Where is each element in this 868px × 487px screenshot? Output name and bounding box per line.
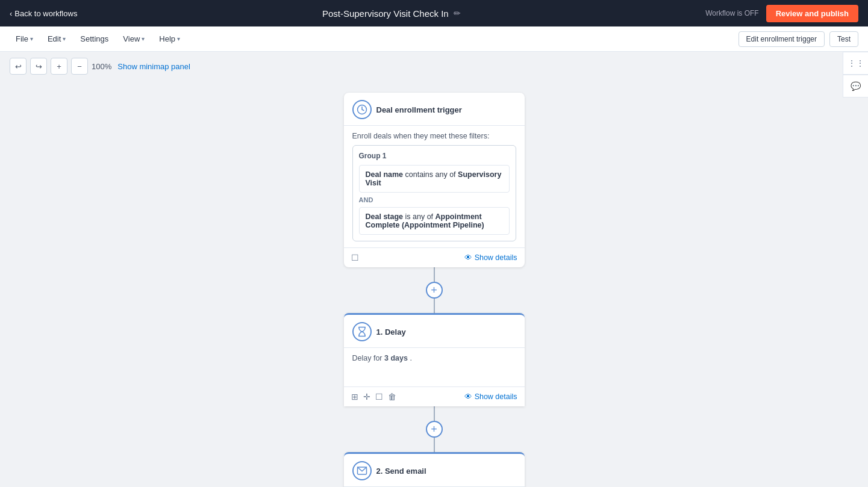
chat-icon: 💬 <box>851 81 861 91</box>
nav-item-file[interactable]: File ▾ <box>10 31 39 47</box>
enrollment-show-details-button[interactable]: 👁 Show details <box>464 253 517 262</box>
topbar-left: ‹ Back to workflows <box>10 9 77 18</box>
back-label: Back to workflows <box>14 9 77 18</box>
show-minimap-link[interactable]: Show minimap panel <box>117 62 190 71</box>
connector-1 <box>434 267 435 282</box>
and-label: AND <box>359 196 510 203</box>
nav-file-label: File <box>16 34 28 43</box>
filter1-field: Deal name <box>366 170 404 179</box>
email-title: 2. Send email <box>376 467 426 476</box>
add-step-button-2[interactable]: + <box>426 421 443 438</box>
delay-body: Delay for 3 days . <box>344 348 525 368</box>
minus-icon: − <box>77 62 82 71</box>
drag-icon[interactable]: ✛ <box>363 392 370 402</box>
show-details-label: Show details <box>475 253 517 262</box>
right-panel-grid-tab[interactable]: ⋮⋮ <box>843 52 868 75</box>
filter2-middle-text: is any of <box>405 212 434 221</box>
filter-row-1[interactable]: Deal name contains any of Supervisory Vi… <box>359 165 510 193</box>
nav-item-help[interactable]: Help ▾ <box>153 31 186 47</box>
eye-icon-2: 👁 <box>464 392 472 401</box>
nav-view-label: View <box>123 34 140 43</box>
email-icon <box>357 465 367 476</box>
enrollment-trigger-icon-wrap <box>352 100 372 119</box>
delay-body-spacer <box>344 368 525 386</box>
chevron-down-icon: ▾ <box>142 36 145 42</box>
filter-row-2[interactable]: Deal stage is any of Appointment Complet… <box>359 207 510 235</box>
delay-show-details-button[interactable]: 👁 Show details <box>464 392 517 401</box>
redo-icon: ↪ <box>36 62 42 71</box>
zoom-out-button[interactable]: − <box>71 58 88 75</box>
group-1-label: Group 1 <box>359 152 510 160</box>
connector-4 <box>434 438 435 452</box>
undo-button[interactable]: ↩ <box>10 58 27 75</box>
eye-icon: 👁 <box>464 253 472 262</box>
workflow-title: Post-Supervisory Visit Check In <box>322 8 449 19</box>
enrollment-trigger-header: Deal enrollment trigger <box>344 93 525 126</box>
delay-node-card: 1. Delay Delay for 3 days . ⊞ ✛ ☐ 🗑 👁 Sh… <box>344 313 525 406</box>
back-to-workflows-link[interactable]: ‹ Back to workflows <box>10 9 77 18</box>
nav-right-actions: Edit enrollment trigger Test <box>738 31 858 47</box>
enroll-subtitle: Enroll deals when they meet these filter… <box>352 132 516 140</box>
canvas-toolbar: ↩ ↪ + − 100% Show minimap panel <box>0 52 868 81</box>
edit-title-icon[interactable]: ✏ <box>454 8 461 18</box>
delay-suffix: . <box>410 354 411 362</box>
topbar-right: Workflow is OFF Review and publish <box>705 5 858 22</box>
review-publish-button[interactable]: Review and publish <box>766 5 858 22</box>
test-button[interactable]: Test <box>829 31 858 47</box>
nav-item-edit[interactable]: Edit ▾ <box>42 31 72 47</box>
chevron-down-icon: ▾ <box>30 36 33 42</box>
footer-actions-left: ☐ <box>351 253 359 262</box>
secondnav: File ▾ Edit ▾ Settings View ▾ Help ▾ Edi… <box>0 26 868 52</box>
copy-icon-2[interactable]: ☐ <box>375 392 383 402</box>
delete-icon[interactable]: 🗑 <box>388 392 396 402</box>
add-step-button-1[interactable]: + <box>426 282 443 299</box>
delay-icon-wrap <box>352 322 372 341</box>
filter2-field: Deal stage <box>366 212 404 221</box>
enrollment-trigger-card: Deal enrollment trigger Enroll deals whe… <box>344 93 525 267</box>
delay-value: 3 days <box>384 354 408 362</box>
email-icon-wrap <box>352 461 372 480</box>
delay-show-details-label: Show details <box>475 392 517 401</box>
delay-footer-actions: ⊞ ✛ ☐ 🗑 <box>351 392 396 402</box>
canvas: Deal enrollment trigger Enroll deals whe… <box>0 81 868 487</box>
hourglass-icon <box>357 326 367 337</box>
enrollment-trigger-title: Deal enrollment trigger <box>376 105 462 114</box>
edit-enrollment-trigger-button[interactable]: Edit enrollment trigger <box>738 31 825 47</box>
nav-settings-label: Settings <box>80 34 108 43</box>
plus-icon: + <box>57 62 61 71</box>
zoom-in-button[interactable]: + <box>51 58 67 75</box>
grid-icon: ⋮⋮ <box>848 58 864 68</box>
nav-edit-label: Edit <box>48 34 61 43</box>
email-node-card: 2. Send email Send Just checking in! ↗ t… <box>344 452 525 487</box>
zoom-level: 100% <box>92 62 111 71</box>
delay-footer: ⊞ ✛ ☐ 🗑 👁 Show details <box>344 386 525 406</box>
chevron-down-icon: ▾ <box>177 36 180 42</box>
email-header: 2. Send email <box>344 454 525 487</box>
redo-button[interactable]: ↪ <box>30 58 47 75</box>
nav-help-label: Help <box>159 34 175 43</box>
filter-group-1: Group 1 Deal name contains any of Superv… <box>352 145 516 241</box>
nav-item-settings[interactable]: Settings <box>74 31 114 47</box>
delay-header: 1. Delay <box>344 315 525 348</box>
delay-prefix: Delay for <box>352 354 382 362</box>
workflow-container: Deal enrollment trigger Enroll deals whe… <box>0 93 868 487</box>
right-panel-chat-tab[interactable]: 💬 <box>843 75 868 98</box>
undo-icon: ↩ <box>15 62 22 71</box>
connector-2 <box>434 299 435 313</box>
enrollment-body: Enroll deals when they meet these filter… <box>344 126 525 247</box>
nav-item-view[interactable]: View ▾ <box>117 31 151 47</box>
right-panel: ⋮⋮ 💬 <box>843 52 868 98</box>
move-icon[interactable]: ⊞ <box>351 392 358 402</box>
enrollment-trigger-footer: ☐ 👁 Show details <box>344 247 525 267</box>
connector-3 <box>434 406 435 421</box>
chevron-left-icon: ‹ <box>10 9 12 18</box>
filter1-middle-text: contains any of <box>405 170 456 179</box>
topbar: ‹ Back to workflows Post-Supervisory Vis… <box>0 0 868 26</box>
copy-icon[interactable]: ☐ <box>351 253 359 262</box>
workflow-status: Workflow is OFF <box>705 9 758 17</box>
chevron-down-icon: ▾ <box>63 36 66 42</box>
delay-title: 1. Delay <box>376 327 406 337</box>
deal-icon <box>357 104 367 115</box>
topbar-center: Post-Supervisory Visit Check In ✏ <box>322 8 461 19</box>
